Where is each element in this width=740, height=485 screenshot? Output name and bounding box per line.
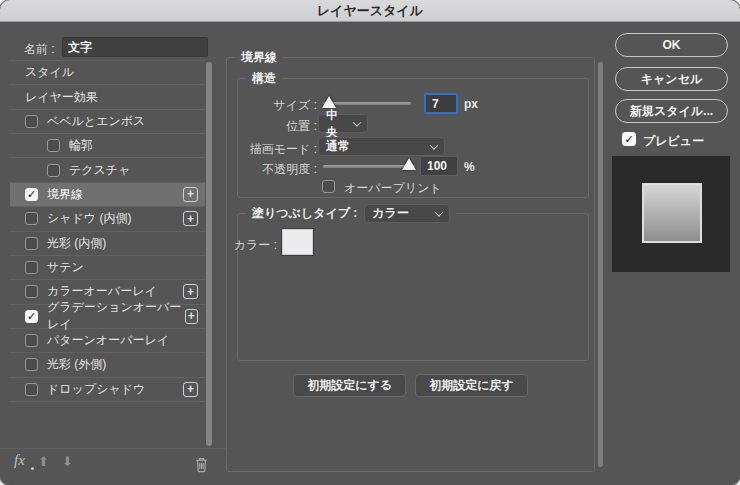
reset-default-button[interactable]: 初期設定に戻す [415,374,528,397]
sidebar-item-gradient-overlay[interactable]: ✓ グラデーションオーバーレイ + [10,305,205,329]
blend-mode-value: 通常 [326,138,350,155]
fill-type-legend: 塗りつぶしタイプ : カラー [246,204,456,223]
opacity-slider-thumb[interactable] [402,158,416,170]
sidebar-item-label: グラデーションオーバーレイ [47,299,185,333]
make-default-button[interactable]: 初期設定にする [293,374,406,397]
effects-list: スタイル レイヤー効果 ベベルとエンボス 輪郭 テクスチャ ✓ 境界線 + シャ… [10,60,205,402]
checkbox-texture[interactable] [47,164,60,177]
sidebar-item-styles[interactable]: スタイル [10,61,205,85]
ok-button[interactable]: OK [615,33,728,57]
sidebar-item-label: パターンオーバーレイ [47,332,169,349]
sidebar-item-label: 光彩 (外側) [47,356,106,373]
fill-type-dropdown[interactable]: カラー [364,204,450,223]
chevron-down-icon [430,141,438,149]
sidebar-item-drop-shadow[interactable]: ドロップシャドウ + [10,378,205,402]
sidebar-item-inner-shadow[interactable]: シャドウ (内側) + [10,207,205,231]
sidebar-footer-divider [0,448,226,449]
checkbox-pattern-overlay[interactable] [25,334,38,347]
structure-group-title: 構造 [246,71,282,86]
sidebar-scrollbar[interactable] [206,62,212,446]
sidebar-item-label: カラーオーバーレイ [47,283,157,300]
overprint-checkbox[interactable] [322,180,335,193]
fill-type-value: カラー [372,205,409,222]
size-slider-track[interactable] [323,102,411,105]
trash-icon [194,456,209,473]
size-label: サイズ : [237,97,317,114]
sidebar-item-label: シャドウ (内側) [47,210,131,227]
size-unit: px [464,97,478,111]
chevron-down-icon [435,208,443,216]
sidebar-item-texture[interactable]: テクスチャ [10,158,205,182]
position-dropdown[interactable]: 中央 [318,114,368,133]
preview-label: プレビュー [643,133,704,150]
new-style-button[interactable]: 新規スタイル... [615,99,728,123]
layer-style-dialog: レイヤースタイル 名前 : スタイル レイヤー効果 ベベルとエンボス 輪郭 テク… [0,0,740,485]
checkbox-outer-glow[interactable] [25,358,38,371]
fill-type-label: 塗りつぶしタイプ : [252,205,357,222]
delete-effect-icon[interactable] [194,456,209,477]
opacity-unit: % [464,160,475,174]
sidebar-item-bevel-emboss[interactable]: ベベルとエンボス [10,110,205,134]
sidebar-item-label: 光彩 (内側) [47,235,106,252]
sidebar-item-label: 輪郭 [69,137,93,154]
checkbox-bevel-emboss[interactable] [25,115,38,128]
blend-mode-dropdown[interactable]: 通常 [318,137,445,156]
checkbox-inner-shadow[interactable] [25,212,38,225]
checkbox-gradient-overlay[interactable]: ✓ [25,310,38,323]
fx-menu-button[interactable]: fx [14,452,25,469]
sidebar-item-stroke[interactable]: ✓ 境界線 + [10,183,205,207]
add-inner-shadow-instance-button[interactable]: + [183,211,198,226]
dialog-title: レイヤースタイル [317,2,423,20]
size-input[interactable] [424,93,458,114]
add-stroke-instance-button[interactable]: + [183,187,198,202]
checkbox-stroke[interactable]: ✓ [25,188,38,201]
name-label: 名前 : [24,41,55,58]
sidebar-item-inner-glow[interactable]: 光彩 (内側) [10,232,205,256]
panel-scrollbar[interactable] [598,62,603,467]
opacity-input[interactable] [420,156,458,176]
position-value: 中央 [326,107,346,141]
checkbox-satin[interactable] [25,261,38,274]
checkbox-contour[interactable] [47,139,60,152]
sidebar-item-label: レイヤー効果 [25,89,98,106]
sidebar-item-label: テクスチャ [69,162,130,179]
sidebar-item-label: ベベルとエンボス [47,113,145,130]
checkbox-drop-shadow[interactable] [25,383,38,396]
name-input[interactable] [62,37,208,57]
sidebar-item-blending-options[interactable]: レイヤー効果 [10,85,205,109]
preview-checkbox[interactable]: ✓ [622,132,636,146]
fx-menu-dot [31,467,34,470]
preview-swatch [642,183,702,243]
add-drop-shadow-instance-button[interactable]: + [183,382,198,397]
overprint-label: オーバープリント [344,180,442,197]
sidebar-item-satin[interactable]: サテン [10,256,205,280]
opacity-label: 不透明度 : [237,161,317,178]
chevron-down-icon [353,118,361,126]
color-label: カラー : [201,237,277,254]
stroke-color-swatch[interactable] [282,229,313,255]
preview-thumbnail [612,156,730,272]
add-color-overlay-instance-button[interactable]: + [183,284,198,299]
default-buttons-row: 初期設定にする 初期設定に戻す [226,374,595,397]
add-gradient-overlay-instance-button[interactable]: + [185,309,198,324]
checkbox-inner-glow[interactable] [25,237,38,250]
sidebar-item-label: ドロップシャドウ [47,381,145,398]
position-label: 位置 : [237,118,317,135]
dialog-titlebar: レイヤースタイル [0,0,740,22]
checkbox-color-overlay[interactable] [25,285,38,298]
stroke-panel-title: 境界線 [235,50,283,65]
cancel-button[interactable]: キャンセル [615,67,728,91]
blend-mode-label: 描画モード : [237,141,317,158]
sidebar-item-outer-glow[interactable]: 光彩 (外側) [10,353,205,377]
sidebar-item-label: サテン [47,259,84,276]
move-effect-up-icon[interactable]: ⬆ [38,454,49,469]
sidebar-item-label: スタイル [25,64,74,81]
sidebar-item-contour[interactable]: 輪郭 [10,134,205,158]
sidebar-item-label: 境界線 [47,186,83,203]
move-effect-down-icon[interactable]: ⬇ [62,454,73,469]
